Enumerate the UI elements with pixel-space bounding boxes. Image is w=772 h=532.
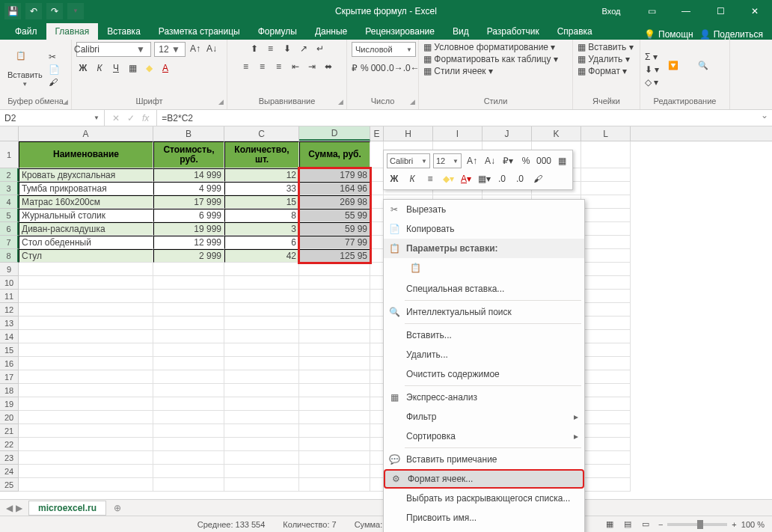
cell[interactable]: [19, 370, 153, 384]
cell[interactable]: [19, 438, 153, 451]
cell[interactable]: [153, 370, 224, 384]
cell[interactable]: [224, 478, 299, 492]
cell[interactable]: [581, 384, 631, 397]
cell-sum[interactable]: 59 99: [299, 222, 370, 236]
cell[interactable]: [581, 343, 631, 357]
ctx-insert-comment[interactable]: 💬Вставить примечание: [384, 450, 584, 469]
row-header-2[interactable]: 2: [0, 168, 19, 182]
bold-icon[interactable]: Ж: [76, 61, 90, 75]
cell-qty[interactable]: 33: [224, 182, 299, 195]
cell[interactable]: [224, 303, 299, 317]
number-format-select[interactable]: Числовой▼: [352, 42, 416, 57]
row-header-17[interactable]: 17: [0, 370, 19, 384]
cell[interactable]: [370, 357, 384, 370]
tab-data[interactable]: Данные: [306, 23, 356, 40]
ctx-copy[interactable]: 📄Копировать: [384, 219, 584, 239]
ctx-insert[interactable]: Вставить...: [384, 325, 584, 345]
mini-font-select[interactable]: Calibri▼: [387, 153, 430, 168]
row-header-23[interactable]: 23: [0, 451, 19, 465]
mini-increase-font-icon[interactable]: A↑: [465, 153, 480, 168]
find-select-button[interactable]: 🔍: [695, 59, 719, 80]
comma-icon[interactable]: 000: [372, 61, 385, 75]
wrap-text-icon[interactable]: ↵: [313, 42, 327, 55]
paste-button[interactable]: 📋 Вставить ▼: [4, 49, 46, 89]
cell[interactable]: [19, 290, 153, 303]
merge-icon[interactable]: ⬌: [322, 60, 335, 73]
ctx-sort[interactable]: Сортировка▸: [384, 426, 584, 446]
col-header-I[interactable]: I: [433, 126, 482, 141]
cell[interactable]: [581, 424, 631, 438]
cell[interactable]: [19, 357, 153, 370]
maximize-icon[interactable]: ☐: [703, 0, 738, 22]
share-button[interactable]: 👤 Поделиться: [699, 29, 763, 40]
cell[interactable]: [299, 357, 370, 370]
cell[interactable]: [581, 438, 631, 451]
cell[interactable]: [370, 478, 384, 492]
row-header-20[interactable]: 20: [0, 411, 19, 424]
increase-decimal-icon[interactable]: .0→: [388, 61, 402, 75]
cell-cost[interactable]: 19 999: [153, 222, 224, 236]
cell[interactable]: [19, 263, 153, 276]
cell-sum[interactable]: 55 99: [299, 209, 370, 222]
cell-cost[interactable]: 17 999: [153, 195, 224, 209]
row-header-7[interactable]: 7: [0, 236, 19, 249]
cell[interactable]: [370, 397, 384, 411]
cell-name[interactable]: Стул: [19, 249, 153, 263]
cell[interactable]: [19, 424, 153, 438]
ctx-smart-lookup[interactable]: 🔍Интеллектуальный поиск: [384, 302, 584, 322]
enter-formula-icon[interactable]: ✓: [127, 113, 135, 123]
name-box[interactable]: D2▼: [0, 110, 105, 126]
cell[interactable]: [224, 343, 299, 357]
row-header-24[interactable]: 24: [0, 465, 19, 478]
cell[interactable]: [224, 424, 299, 438]
cell[interactable]: [370, 141, 384, 168]
cell[interactable]: [581, 290, 631, 303]
cell[interactable]: [370, 222, 384, 236]
cell[interactable]: [370, 236, 384, 249]
sheet-nav-next-icon[interactable]: ▶: [16, 503, 22, 513]
cell-cost[interactable]: 14 999: [153, 168, 224, 182]
view-page-break-icon[interactable]: ▭: [637, 519, 654, 529]
cell[interactable]: [299, 465, 370, 478]
cell[interactable]: [370, 209, 384, 222]
cell[interactable]: [299, 317, 370, 330]
cell[interactable]: [299, 303, 370, 317]
col-header-L[interactable]: L: [581, 126, 631, 141]
currency-icon[interactable]: ₽: [352, 61, 358, 75]
row-header-15[interactable]: 15: [0, 343, 19, 357]
header-cell[interactable]: Количество, шт.: [224, 141, 299, 168]
cell[interactable]: [370, 438, 384, 451]
expand-formula-icon[interactable]: ⌄: [757, 110, 772, 126]
cell[interactable]: [299, 343, 370, 357]
cell[interactable]: [581, 330, 631, 343]
cell[interactable]: [581, 276, 631, 290]
align-top-icon[interactable]: ⬆: [248, 42, 261, 55]
cell[interactable]: [19, 343, 153, 357]
cell[interactable]: [153, 465, 224, 478]
cell[interactable]: [19, 451, 153, 465]
tab-developer[interactable]: Разработчик: [478, 23, 548, 40]
mini-dec-dec-icon[interactable]: .0: [512, 171, 527, 186]
cell-sum[interactable]: 77 99: [299, 236, 370, 249]
ctx-filter[interactable]: Фильтр▸: [384, 407, 584, 426]
format-cells-button[interactable]: ▦ Формат ▾: [578, 66, 627, 76]
row-header-11[interactable]: 11: [0, 290, 19, 303]
cell[interactable]: [153, 263, 224, 276]
cell[interactable]: [370, 303, 384, 317]
border-icon[interactable]: ▦: [126, 61, 139, 75]
cell[interactable]: [19, 303, 153, 317]
cell-sum[interactable]: 269 98: [299, 195, 370, 209]
cell-name[interactable]: Журнальный столик: [19, 209, 153, 222]
tab-view[interactable]: Вид: [444, 23, 478, 40]
cell[interactable]: [370, 182, 384, 195]
cell[interactable]: [370, 451, 384, 465]
cell[interactable]: [153, 290, 224, 303]
cell[interactable]: [299, 451, 370, 465]
cell[interactable]: [581, 263, 631, 276]
cell-qty[interactable]: 6: [224, 236, 299, 249]
ctx-define-name[interactable]: Присвоить имя...: [384, 508, 584, 528]
cell[interactable]: [370, 384, 384, 397]
cell[interactable]: [153, 438, 224, 451]
cell[interactable]: [19, 330, 153, 343]
cell-qty[interactable]: 42: [224, 249, 299, 263]
